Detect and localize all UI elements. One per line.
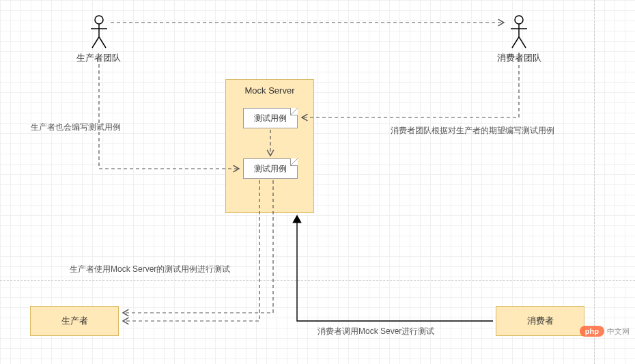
svg-point-0 bbox=[95, 16, 103, 24]
svg-line-8 bbox=[512, 37, 519, 48]
svg-line-3 bbox=[92, 37, 99, 48]
producer-label: 生产者 bbox=[61, 315, 88, 327]
watermark: php 中文网 bbox=[580, 326, 630, 337]
edge-label-producer-write: 生产者也会编写测试用例 bbox=[31, 122, 121, 133]
mock-server-container: Mock Server bbox=[225, 79, 314, 213]
watermark-text: 中文网 bbox=[607, 326, 630, 337]
svg-line-9 bbox=[519, 37, 526, 48]
note-test-case-1: 测试用例 bbox=[243, 108, 298, 128]
note-test-case-2: 测试用例 bbox=[243, 158, 298, 179]
svg-point-5 bbox=[515, 16, 523, 24]
edge-label-consumer-write: 消费者团队根据对生产者的期望编写测试用例 bbox=[391, 125, 554, 137]
consumer-label: 消费者 bbox=[527, 315, 554, 327]
consumer-box: 消费者 bbox=[496, 306, 584, 336]
guide-line-vertical bbox=[594, 0, 595, 364]
actor-consumer-team bbox=[509, 15, 529, 49]
actor-consumer-team-label: 消费者团队 bbox=[497, 52, 541, 64]
actor-producer-team bbox=[89, 15, 109, 49]
edge-label-consumer-call-mock: 消费者调用Mock Sever进行测试 bbox=[318, 326, 434, 337]
note-test-case-1-text: 测试用例 bbox=[254, 113, 287, 124]
edge-label-producer-use-mock: 生产者使用Mock Server的测试用例进行测试 bbox=[70, 264, 230, 275]
mock-server-title: Mock Server bbox=[226, 85, 313, 96]
svg-line-4 bbox=[99, 37, 106, 48]
producer-box: 生产者 bbox=[30, 306, 119, 336]
note-test-case-2-text: 测试用例 bbox=[254, 163, 287, 175]
guide-line-horizontal bbox=[0, 280, 635, 281]
actor-producer-team-label: 生产者团队 bbox=[76, 52, 121, 64]
watermark-badge: php bbox=[580, 326, 604, 337]
